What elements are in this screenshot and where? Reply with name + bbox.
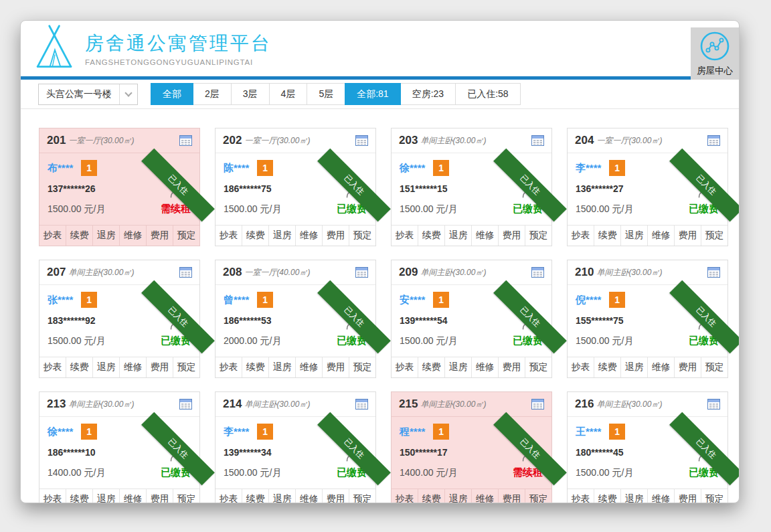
room-action-button[interactable]: 费用	[322, 357, 349, 377]
room-action-button[interactable]: 抄表	[216, 357, 242, 377]
calendar-icon[interactable]	[179, 267, 192, 278]
tenant-name[interactable]: 倪****	[576, 294, 601, 306]
room-action-button[interactable]: 费用	[674, 489, 701, 503]
room-action-button[interactable]: 续费	[594, 489, 620, 503]
room-action-button[interactable]: 续费	[242, 357, 268, 377]
room-action-button[interactable]: 续费	[594, 357, 620, 377]
occupancy-stat-tab[interactable]: 空房:23	[400, 83, 456, 105]
room-action-button[interactable]: 续费	[242, 226, 268, 246]
calendar-icon[interactable]	[531, 399, 544, 410]
floor-tab[interactable]: 4层	[269, 83, 308, 105]
room-action-button[interactable]: 预定	[173, 489, 199, 503]
tenant-name[interactable]: 徐****	[400, 162, 425, 175]
calendar-icon[interactable]	[355, 399, 368, 410]
room-action-button[interactable]: 抄表	[39, 226, 66, 246]
room-action-button[interactable]: 预定	[349, 489, 375, 503]
room-action-button[interactable]: 预定	[701, 226, 727, 246]
occupancy-stat-tab[interactable]: 已入住:58	[455, 83, 520, 105]
tenant-name[interactable]: 张****	[48, 294, 73, 306]
room-action-button[interactable]: 维修	[295, 226, 322, 246]
calendar-icon[interactable]	[707, 267, 720, 278]
room-action-button[interactable]: 退房	[444, 357, 471, 377]
room-action-button[interactable]: 退房	[92, 489, 119, 503]
room-action-button[interactable]: 预定	[525, 489, 551, 503]
room-action-button[interactable]: 费用	[498, 357, 525, 377]
room-action-button[interactable]: 费用	[322, 226, 349, 246]
room-action-button[interactable]: 退房	[444, 226, 471, 246]
room-action-button[interactable]: 预定	[349, 226, 375, 246]
tenant-name[interactable]: 李****	[224, 426, 249, 438]
tenant-name[interactable]: 陈****	[224, 162, 249, 175]
room-action-button[interactable]: 抄表	[39, 357, 66, 377]
calendar-icon[interactable]	[179, 135, 192, 146]
tenant-name[interactable]: 安****	[400, 294, 425, 306]
building-select[interactable]: 头宫公寓一号楼	[38, 84, 138, 105]
room-action-button[interactable]: 抄表	[568, 226, 594, 246]
calendar-icon[interactable]	[355, 135, 368, 146]
room-action-button[interactable]: 退房	[92, 226, 119, 246]
room-action-button[interactable]: 抄表	[568, 357, 594, 377]
room-action-button[interactable]: 费用	[146, 226, 173, 246]
floor-tab[interactable]: 3层	[231, 83, 270, 105]
room-action-button[interactable]: 费用	[146, 357, 173, 377]
room-action-button[interactable]: 退房	[444, 489, 471, 503]
room-action-button[interactable]: 费用	[674, 357, 701, 377]
room-action-button[interactable]: 费用	[146, 489, 173, 503]
room-action-button[interactable]: 抄表	[39, 489, 66, 503]
room-action-button[interactable]: 抄表	[216, 489, 242, 503]
room-action-button[interactable]: 费用	[674, 226, 701, 246]
calendar-icon[interactable]	[355, 267, 368, 278]
floor-tab[interactable]: 5层	[307, 83, 345, 105]
room-action-button[interactable]: 预定	[173, 226, 199, 246]
room-action-button[interactable]: 退房	[92, 357, 119, 377]
calendar-icon[interactable]	[531, 267, 544, 278]
room-action-button[interactable]: 续费	[418, 489, 444, 503]
room-action-button[interactable]: 维修	[119, 357, 146, 377]
room-action-button[interactable]: 抄表	[216, 226, 242, 246]
room-action-button[interactable]: 维修	[471, 357, 498, 377]
calendar-icon[interactable]	[707, 399, 720, 410]
room-action-button[interactable]: 预定	[525, 357, 551, 377]
room-action-button[interactable]: 维修	[295, 489, 322, 503]
tenant-name[interactable]: 徐****	[48, 426, 73, 438]
room-action-button[interactable]: 续费	[594, 226, 620, 246]
room-action-button[interactable]: 预定	[173, 357, 199, 377]
room-action-button[interactable]: 维修	[295, 357, 322, 377]
room-action-button[interactable]: 退房	[620, 357, 647, 377]
room-action-button[interactable]: 抄表	[392, 226, 418, 246]
room-action-button[interactable]: 预定	[701, 489, 727, 503]
room-action-button[interactable]: 维修	[119, 489, 146, 503]
tenant-name[interactable]: 曾****	[224, 294, 249, 306]
room-action-button[interactable]: 续费	[418, 226, 444, 246]
occupancy-stat-tab[interactable]: 全部:81	[345, 83, 400, 105]
room-action-button[interactable]: 费用	[498, 489, 525, 503]
tenant-name[interactable]: 布****	[48, 162, 73, 175]
floor-tab[interactable]: 2层	[193, 83, 232, 105]
room-action-button[interactable]: 退房	[268, 357, 295, 377]
room-action-button[interactable]: 续费	[418, 357, 444, 377]
floor-tab[interactable]: 全部	[151, 83, 193, 105]
tenant-name[interactable]: 程****	[400, 426, 425, 438]
room-action-button[interactable]: 退房	[620, 489, 647, 503]
room-action-button[interactable]: 维修	[647, 226, 674, 246]
room-action-button[interactable]: 续费	[66, 357, 92, 377]
room-action-button[interactable]: 退房	[268, 489, 295, 503]
calendar-icon[interactable]	[179, 399, 192, 410]
tenant-name[interactable]: 李****	[576, 162, 601, 175]
room-action-button[interactable]: 费用	[498, 226, 525, 246]
calendar-icon[interactable]	[531, 135, 544, 146]
room-action-button[interactable]: 维修	[647, 357, 674, 377]
room-action-button[interactable]: 续费	[66, 489, 92, 503]
room-action-button[interactable]: 抄表	[392, 489, 418, 503]
room-action-button[interactable]: 维修	[471, 489, 498, 503]
room-action-button[interactable]: 维修	[119, 226, 146, 246]
room-action-button[interactable]: 续费	[242, 489, 268, 503]
tenant-name[interactable]: 王****	[576, 426, 601, 438]
room-action-button[interactable]: 维修	[471, 226, 498, 246]
room-action-button[interactable]: 抄表	[392, 357, 418, 377]
room-action-button[interactable]: 退房	[620, 226, 647, 246]
room-action-button[interactable]: 退房	[268, 226, 295, 246]
house-center-button[interactable]: 房屋中心	[691, 27, 739, 80]
room-action-button[interactable]: 续费	[66, 226, 92, 246]
room-action-button[interactable]: 预定	[525, 226, 551, 246]
